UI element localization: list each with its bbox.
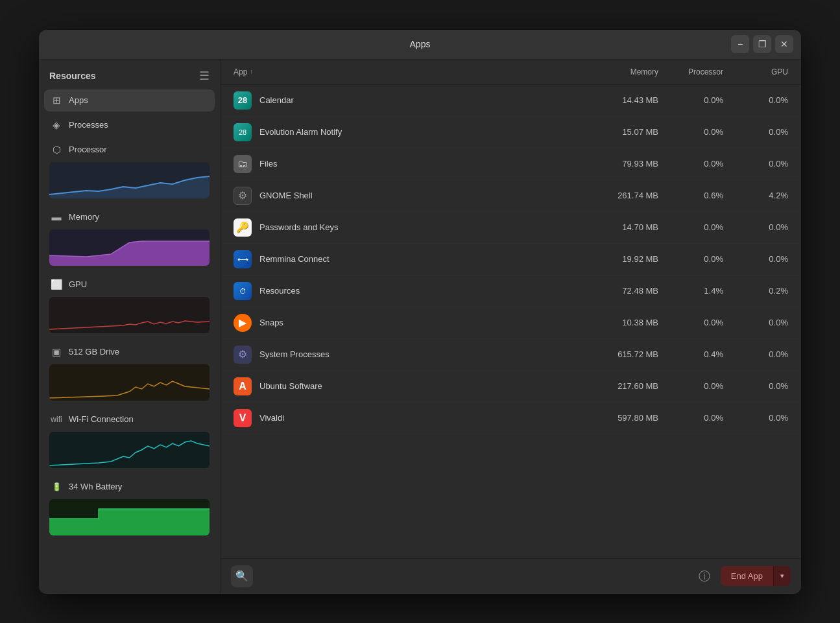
- table-row[interactable]: 🗂 Files 79.93 MB 0.0% 0.0%: [221, 148, 801, 180]
- window-controls: − ❐ ✕: [731, 35, 793, 53]
- processor-label: Processor: [69, 145, 107, 154]
- table-row[interactable]: V Vivaldi 597.80 MB 0.0% 0.0%: [221, 403, 801, 434]
- table-row[interactable]: ▶ Snaps 10.38 MB 0.0% 0.0%: [221, 307, 801, 339]
- minimize-button[interactable]: −: [731, 35, 749, 53]
- apps-label: Apps: [69, 95, 88, 105]
- sidebar-item-gpu[interactable]: ⬜ GPU: [39, 274, 220, 338]
- sidebar: Resources ☰ ⊞ Apps ◈ Processes: [39, 60, 221, 594]
- end-app-container: End App ▾: [721, 566, 791, 586]
- wifi-label: Wi-Fi Connection: [69, 414, 134, 424]
- column-headers: App ↑ Memory Processor GPU: [221, 60, 801, 85]
- app-list: 28 Calendar 14.43 MB 0.0% 0.0% 28 Evolut…: [221, 85, 801, 558]
- battery-label: 34 Wh Battery: [69, 482, 122, 491]
- table-row[interactable]: ⏱ Resources 72.48 MB 1.4% 0.2%: [221, 276, 801, 307]
- ubuntu-icon: A: [234, 377, 252, 395]
- table-row[interactable]: A Ubuntu Software 217.60 MB 0.0% 0.0%: [221, 371, 801, 403]
- col-processor-header[interactable]: Processor: [658, 67, 723, 76]
- drive-chart: [49, 364, 210, 401]
- gpu-label: GPU: [69, 279, 87, 289]
- calendar-icon: 28: [234, 91, 252, 110]
- sidebar-item-drive[interactable]: ▣ 512 GB Drive: [39, 341, 220, 406]
- memory-label: Memory: [69, 212, 99, 222]
- table-row[interactable]: 🔑 Passwords and Keys 14.70 MB 0.0% 0.0%: [221, 212, 801, 244]
- battery-icon: 🔋: [51, 481, 62, 493]
- window-title: Apps: [410, 39, 431, 49]
- sidebar-item-memory[interactable]: ▬ Memory: [39, 206, 220, 271]
- gpu-chart: [49, 297, 210, 333]
- drive-icon: ▣: [51, 346, 62, 358]
- sidebar-item-processor[interactable]: ⬡ Processor: [39, 139, 220, 204]
- sidebar-item-processes[interactable]: ◈ Processes: [39, 114, 220, 136]
- sidebar-title: Resources: [49, 71, 96, 81]
- maximize-button[interactable]: ❐: [753, 35, 771, 53]
- table-row[interactable]: 28 Calendar 14.43 MB 0.0% 0.0%: [221, 85, 801, 117]
- passwords-icon: 🔑: [234, 218, 252, 237]
- memory-chart: [49, 229, 210, 266]
- memory-icon: ▬: [51, 211, 62, 223]
- info-button[interactable]: ⓘ: [693, 565, 715, 587]
- vivaldi-icon: V: [234, 409, 252, 427]
- main-window: Apps − ❐ ✕ Resources ☰ ⊞ Apps: [39, 30, 801, 594]
- sidebar-item-battery[interactable]: 🔋 34 Wh Battery: [39, 476, 220, 541]
- resources-icon: ⏱: [234, 282, 252, 300]
- table-row[interactable]: ⚙ System Processes 615.72 MB 0.4% 0.0%: [221, 339, 801, 371]
- close-button[interactable]: ✕: [775, 35, 793, 53]
- main-panel: App ↑ Memory Processor GPU 28 Calendar 1…: [221, 60, 801, 594]
- col-memory-header[interactable]: Memory: [594, 67, 658, 76]
- titlebar: Apps − ❐ ✕: [39, 30, 801, 60]
- col-app-header[interactable]: App ↑: [234, 67, 594, 76]
- battery-chart: [49, 499, 210, 535]
- table-row[interactable]: 28 Evolution Alarm Notify 15.07 MB 0.0% …: [221, 117, 801, 148]
- drive-label: 512 GB Drive: [69, 347, 119, 357]
- svg-marker-1: [49, 241, 210, 266]
- sort-arrow: ↑: [250, 68, 253, 75]
- table-row[interactable]: ⟷ Remmina Connect 19.92 MB 0.0% 0.0%: [221, 244, 801, 276]
- files-icon: 🗂: [234, 155, 252, 173]
- svg-marker-2: [49, 509, 210, 535]
- processes-label: Processes: [69, 120, 108, 130]
- wifi-chart: [49, 432, 210, 468]
- sidebar-menu-icon[interactable]: ☰: [199, 69, 210, 83]
- sidebar-item-wifi[interactable]: wifi Wi-Fi Connection: [39, 408, 220, 473]
- search-button[interactable]: 🔍: [231, 565, 253, 587]
- content-area: Resources ☰ ⊞ Apps ◈ Processes: [39, 60, 801, 594]
- end-app-button[interactable]: End App: [721, 566, 773, 586]
- processor-icon: ⬡: [51, 144, 62, 156]
- gpu-icon: ⬜: [51, 279, 62, 290]
- wifi-icon: wifi: [51, 414, 62, 425]
- snaps-icon: ▶: [234, 314, 252, 332]
- gnome-icon: ⚙: [234, 187, 252, 205]
- evolution-icon: 28: [234, 123, 252, 141]
- search-icon: 🔍: [235, 570, 248, 582]
- info-icon: ⓘ: [699, 569, 710, 584]
- main-footer: 🔍 ⓘ End App ▾: [221, 558, 801, 594]
- sysproc-icon: ⚙: [234, 346, 252, 364]
- apps-icon: ⊞: [51, 95, 62, 106]
- col-gpu-header[interactable]: GPU: [723, 67, 788, 76]
- sidebar-item-apps[interactable]: ⊞ Apps: [39, 89, 220, 112]
- processor-chart: [49, 162, 210, 198]
- remmina-icon: ⟷: [234, 250, 252, 268]
- end-app-dropdown-button[interactable]: ▾: [773, 566, 791, 586]
- table-row[interactable]: ⚙ GNOME Shell 261.74 MB 0.6% 4.2%: [221, 180, 801, 212]
- processes-icon: ◈: [51, 119, 62, 131]
